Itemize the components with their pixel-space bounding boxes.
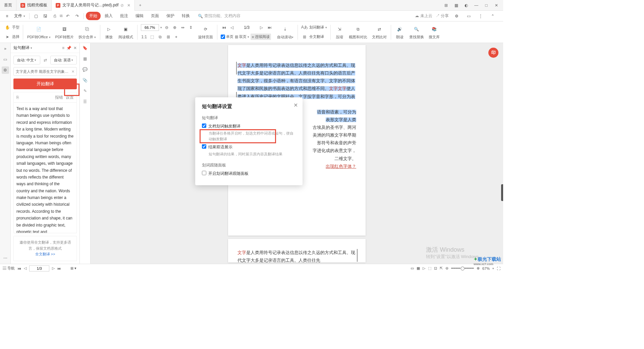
read-mode[interactable]: ▣阅读模式 bbox=[116, 24, 135, 40]
last-page-icon[interactable]: ⏭ bbox=[266, 24, 273, 31]
right-drag-handle[interactable] bbox=[501, 184, 503, 201]
word-translate[interactable]: Aあ划词翻译▾ bbox=[301, 23, 327, 32]
search-box[interactable]: 🔍 查找功能、文档内容 bbox=[198, 13, 240, 19]
settings-link[interactable]: 设置 bbox=[66, 95, 74, 100]
pin-icon[interactable]: 📌 bbox=[66, 46, 71, 50]
status-fullscreen-icon[interactable]: ⛶ bbox=[497, 266, 500, 270]
clear-input-icon[interactable]: ✕ bbox=[71, 69, 74, 74]
actual-size-icon[interactable]: 1:1 bbox=[141, 34, 148, 40]
dialog-close-icon[interactable]: ✕ bbox=[293, 102, 298, 108]
rail-translate-icon[interactable]: ⚙ bbox=[2, 66, 9, 74]
status-last-icon[interactable]: ⏭ bbox=[57, 266, 61, 270]
comment-icon[interactable]: 💬 bbox=[82, 66, 88, 72]
swap-lang-icon[interactable]: ⇄ bbox=[42, 58, 49, 62]
minimize-button[interactable]: — bbox=[472, 1, 481, 9]
double-page-option[interactable]: ▥ 双页▾ bbox=[235, 34, 249, 39]
tab-close-icon[interactable]: ✕ bbox=[127, 3, 130, 8]
status-tool1-icon[interactable]: ▭ bbox=[411, 266, 414, 270]
status-tool3-icon[interactable]: ▷ bbox=[423, 266, 425, 270]
more-icon[interactable]: ⋮ bbox=[476, 12, 485, 20]
page-indicator[interactable]: 1/3 bbox=[237, 25, 257, 30]
read-aloud[interactable]: 🔊朗读 bbox=[393, 24, 407, 40]
list-icon[interactable]: ≡ bbox=[62, 46, 64, 50]
window-mode-icon[interactable]: ▭ bbox=[464, 12, 473, 20]
status-prev-icon[interactable]: ◁ bbox=[24, 266, 26, 270]
status-first-icon[interactable]: ⏮ bbox=[17, 266, 21, 270]
translate-button[interactable]: 开始翻译 bbox=[13, 79, 77, 89]
red-text-link[interactable]: 出现红色字体？ bbox=[326, 164, 356, 169]
status-tool6-icon[interactable]: ⇱ bbox=[440, 266, 443, 270]
hamburger-icon[interactable]: ≡ bbox=[3, 12, 11, 20]
crop-icon[interactable]: ⬚ bbox=[149, 34, 156, 40]
full-translate-link[interactable]: 全文翻译 >> bbox=[17, 251, 73, 257]
new-tab-button[interactable]: ＋ bbox=[135, 2, 146, 8]
single-page-option[interactable]: 单页 bbox=[221, 34, 233, 39]
fit-width-icon[interactable]: ⇔ bbox=[179, 24, 186, 31]
status-tool2-icon[interactable]: ▦ bbox=[417, 266, 420, 270]
zoom-in-icon[interactable]: ⊕ bbox=[171, 24, 178, 31]
rotate-page[interactable]: ⟳旋转页面 bbox=[196, 24, 215, 40]
save-icon[interactable]: 🖫 bbox=[41, 12, 50, 20]
close-button[interactable]: ✕ bbox=[492, 1, 501, 9]
select-tool[interactable]: ➤选择 bbox=[4, 33, 19, 41]
option-word-trigger[interactable]: 文档划词触发翻译 bbox=[202, 123, 296, 129]
user-avatar-icon[interactable]: ◐ bbox=[462, 1, 471, 9]
continuous-option[interactable]: ≡ 连续阅读 bbox=[251, 34, 271, 40]
status-zoom-in-icon[interactable]: ⊕ bbox=[477, 266, 480, 270]
report-link[interactable]: 报错 bbox=[55, 95, 63, 100]
grid-icon[interactable]: ⊞ bbox=[165, 34, 172, 40]
zoom-input[interactable] bbox=[141, 24, 159, 31]
view-mode-icon[interactable]: ⊞ ▾ bbox=[70, 266, 76, 270]
menu-page[interactable]: 页面 bbox=[148, 12, 162, 20]
settings-icon[interactable]: ⚙ bbox=[452, 12, 461, 20]
undo-icon[interactable]: ↶ bbox=[63, 12, 72, 20]
source-text-input[interactable]: 文字是人类早 期原生文字的象形文字， ✕ bbox=[13, 67, 77, 76]
collapse-ribbon-icon[interactable]: ⌃ bbox=[488, 12, 497, 20]
zoom-out-icon[interactable]: ⊖ bbox=[163, 24, 170, 31]
status-tool5-icon[interactable]: ⊡ bbox=[434, 266, 437, 270]
attachment-icon[interactable]: 📎 bbox=[82, 77, 88, 83]
status-next-icon[interactable]: ▷ bbox=[52, 266, 55, 270]
layout-icon[interactable]: ⊞ bbox=[441, 1, 451, 9]
file-menu[interactable]: 文件▾ bbox=[12, 13, 27, 19]
cloud-status[interactable]: ☁ 未上云 bbox=[415, 13, 432, 19]
floating-action-button[interactable]: 印 bbox=[488, 48, 498, 58]
status-tool4-icon[interactable]: ⬚ bbox=[428, 266, 431, 270]
pdf-page-2[interactable]: 文字是人类用符号记录表达信息以传之久远的方式和工具。现代文字大多是记录语言的工具… bbox=[228, 239, 366, 262]
bookmark-icon[interactable]: 🔖 bbox=[82, 45, 88, 51]
status-zoom-out-icon[interactable]: ⊖ bbox=[445, 266, 448, 270]
menu-insert[interactable]: 插入 bbox=[101, 12, 116, 20]
tab-templates[interactable]: D 找稻壳模板 bbox=[16, 0, 52, 11]
option-follow-panel[interactable]: 开启划词翻译跟随面板 bbox=[202, 171, 296, 177]
play-button[interactable]: ▷播放 bbox=[102, 24, 116, 40]
ruler-icon[interactable]: ⧉ bbox=[157, 34, 164, 40]
pdf-to-image[interactable]: 🖼PDF转图片 bbox=[53, 24, 76, 40]
hand-tool[interactable]: ✋手型 bbox=[4, 23, 19, 32]
rail-arrow-icon[interactable]: » bbox=[2, 45, 9, 52]
menu-start[interactable]: 开始 bbox=[86, 12, 101, 20]
search-library[interactable]: 📚搜文库 bbox=[427, 24, 442, 40]
layers-icon[interactable]: ☰ bbox=[82, 99, 88, 105]
split-merge[interactable]: ⿻拆分合并 ▾ bbox=[76, 24, 98, 40]
tab-home[interactable]: 首页 bbox=[0, 0, 16, 11]
menu-protect[interactable]: 保护 bbox=[163, 12, 178, 20]
redo-icon[interactable]: ↷ bbox=[73, 12, 82, 20]
print-icon[interactable]: ⎙ bbox=[50, 12, 59, 20]
grid-icon[interactable]: ▦ bbox=[451, 1, 461, 9]
screenshot-compare[interactable]: ⧉截图和对比 bbox=[347, 24, 369, 40]
menu-annotate[interactable]: 批注 bbox=[117, 12, 131, 20]
snap-icon[interactable]: ⌖ bbox=[173, 34, 180, 40]
full-translate[interactable]: ⊞全文翻译 bbox=[301, 33, 327, 41]
rail-read-icon[interactable]: ▭ bbox=[2, 56, 9, 63]
pdf-to-office[interactable]: 📄PDF转Office ▾ bbox=[25, 24, 53, 40]
open-icon[interactable]: ▢ bbox=[32, 12, 40, 20]
status-page-input[interactable] bbox=[29, 265, 49, 271]
option-bilingual[interactable]: 结果双语展示 bbox=[202, 144, 296, 150]
rail-more-icon[interactable]: ⋯ bbox=[2, 254, 9, 262]
fit-page-icon[interactable]: ⇕ bbox=[187, 24, 194, 31]
compress[interactable]: ⇲压缩 bbox=[333, 24, 346, 40]
prev-page-icon[interactable]: ◁ bbox=[229, 24, 235, 31]
menu-edit[interactable]: 编辑 bbox=[132, 12, 147, 20]
find-replace[interactable]: 🔍查找替换 bbox=[407, 24, 426, 40]
menu-convert[interactable]: 转换 bbox=[178, 12, 193, 20]
